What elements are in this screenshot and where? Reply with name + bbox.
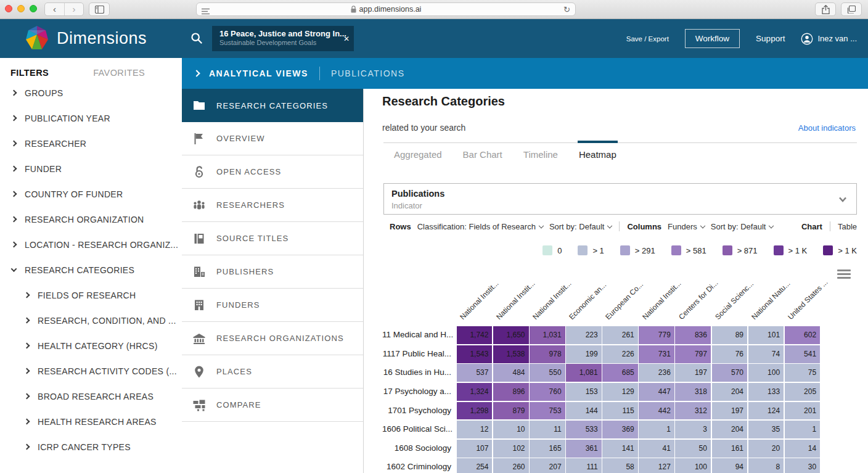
support-link[interactable]: Support (756, 34, 785, 43)
heatmap-cell[interactable]: 100 (748, 364, 784, 382)
heatmap-cell[interactable]: 8 (748, 458, 784, 473)
heatmap-cell[interactable]: 102 (493, 440, 528, 458)
heatmap-cell[interactable]: 978 (530, 345, 565, 363)
heatmap-cell[interactable]: 602 (785, 326, 820, 344)
views-menu-item-compare[interactable]: COMPARE (182, 389, 363, 422)
heatmap-cell[interactable]: 111 (566, 458, 601, 473)
views-menu-item-publishers[interactable]: PUBLISHERS (182, 255, 363, 289)
filter-item-publication-year[interactable]: PUBLICATION YEAR (0, 105, 181, 131)
heatmap-cell[interactable]: 133 (748, 383, 784, 401)
tab-overview-button[interactable] (841, 2, 862, 16)
views-menu-item-open-access[interactable]: OPEN ACCESS (182, 155, 363, 189)
filter-item-researcher[interactable]: RESEARCHER (0, 131, 181, 156)
filter-item-groups[interactable]: GROUPS (0, 80, 181, 105)
heatmap-cell[interactable]: 1,742 (457, 326, 492, 344)
heatmap-cell[interactable]: 14 (785, 440, 820, 458)
heatmap-cell[interactable]: 75 (785, 364, 820, 382)
heatmap-cell[interactable]: 361 (566, 440, 601, 458)
table-toggle[interactable]: Table (838, 222, 857, 231)
indicator-select[interactable]: Publications Indicator (383, 183, 857, 215)
columns-dropdown[interactable]: Funders (668, 222, 705, 231)
chevron-down-icon[interactable] (837, 193, 849, 208)
close-window-button[interactable] (5, 5, 12, 12)
heatmap-cell[interactable]: 204 (712, 383, 747, 401)
url-bar[interactable]: app.dimensions.ai ↻ (196, 2, 576, 16)
sidebar-toggle-button[interactable] (89, 2, 110, 16)
heatmap-cell[interactable]: 1,031 (530, 326, 565, 344)
filter-item-research-condition-and[interactable]: RESEARCH, CONDITION, AND ... (0, 308, 181, 333)
heatmap-cell[interactable]: 797 (675, 345, 710, 363)
columns-sort-dropdown[interactable]: Sort by: Default (711, 222, 774, 231)
heatmap-cell[interactable]: 50 (675, 440, 710, 458)
heatmap-cell[interactable]: 197 (675, 364, 710, 382)
heatmap-cell[interactable]: 35 (748, 421, 784, 438)
save-export-link[interactable]: Save / Export (626, 35, 669, 43)
views-menu-item-research-organizations[interactable]: RESEARCH ORGANIZATIONS (182, 322, 363, 355)
brand[interactable]: Dimensions (23, 25, 147, 52)
heatmap-cell[interactable]: 10 (493, 421, 528, 438)
analytical-views-label[interactable]: ANALYTICAL VIEWS (209, 68, 308, 78)
heatmap-cell[interactable]: 153 (566, 383, 601, 401)
close-icon[interactable]: ✕ (343, 35, 350, 43)
heatmap-cell[interactable]: 41 (639, 440, 674, 458)
heatmap-cell[interactable]: 1,650 (493, 326, 528, 344)
tab-aggregated[interactable]: Aggregated (393, 141, 443, 160)
share-button[interactable] (815, 2, 836, 16)
heatmap-cell[interactable]: 1,081 (566, 364, 601, 382)
tab-filters[interactable]: FILTERS (10, 68, 49, 78)
chevron-right-icon[interactable] (193, 70, 200, 76)
tab-timeline[interactable]: Timeline (522, 141, 559, 160)
filter-item-country-of-funder[interactable]: COUNTRY OF FUNDER (0, 181, 181, 207)
views-menu-item-research-categories[interactable]: RESEARCH CATEGORIES (182, 89, 363, 122)
heatmap-cell[interactable]: 1,543 (457, 345, 492, 363)
filter-item-icrp-cancer-types[interactable]: ICRP CANCER TYPES (0, 434, 181, 459)
heatmap-cell[interactable]: 570 (712, 364, 747, 382)
filter-item-research-activity-codes[interactable]: RESEARCH ACTIVITY CODES (... (0, 358, 181, 384)
heatmap-cell[interactable]: 127 (639, 458, 674, 473)
heatmap-cell[interactable]: 94 (712, 458, 747, 473)
tab-favorites[interactable]: FAVORITES (93, 68, 145, 78)
back-button[interactable]: ‹ (45, 3, 64, 15)
heatmap-cell[interactable]: 836 (675, 326, 710, 344)
heatmap-cell[interactable]: 254 (457, 458, 492, 473)
workflow-button[interactable]: Workflow (685, 29, 740, 48)
tab-bar-chart[interactable]: Bar Chart (462, 141, 504, 160)
heatmap-cell[interactable]: 369 (602, 421, 637, 438)
heatmap-cell[interactable]: 161 (712, 440, 747, 458)
heatmap-cell[interactable]: 199 (566, 345, 601, 363)
search-icon[interactable] (190, 31, 203, 47)
heatmap-cell[interactable]: 312 (675, 402, 710, 420)
heatmap-cell[interactable]: 447 (639, 383, 674, 401)
heatmap-cell[interactable]: 550 (530, 364, 565, 382)
heatmap-cell[interactable]: 115 (602, 402, 637, 420)
heatmap-cell[interactable]: 76 (712, 345, 747, 363)
views-menu-item-source-titles[interactable]: SOURCE TITLES (182, 222, 363, 255)
heatmap-cell[interactable]: 74 (748, 345, 784, 363)
minimize-window-button[interactable] (17, 5, 25, 12)
heatmap-cell[interactable]: 1,324 (457, 383, 492, 401)
heatmap-cell[interactable]: 533 (566, 421, 601, 438)
tab-heatmap[interactable]: Heatmap (578, 141, 618, 160)
filter-item-health-research-areas[interactable]: HEALTH RESEARCH AREAS (0, 409, 181, 434)
heatmap-cell[interactable]: 779 (639, 326, 674, 344)
heatmap-cell[interactable]: 318 (675, 383, 710, 401)
heatmap-cell[interactable]: 30 (785, 458, 820, 473)
heatmap-cell[interactable]: 223 (566, 326, 601, 344)
heatmap-cell[interactable]: 197 (712, 402, 747, 420)
rows-sort-dropdown[interactable]: Sort by: Default (549, 222, 612, 231)
heatmap-cell[interactable]: 760 (530, 383, 565, 401)
heatmap-cell[interactable]: 201 (785, 402, 820, 420)
heatmap-cell[interactable]: 261 (602, 326, 637, 344)
filter-item-research-categories[interactable]: RESEARCH CATEGORIES (0, 257, 181, 282)
heatmap-cell[interactable]: 204 (712, 421, 747, 438)
views-menu-item-places[interactable]: PLACES (182, 355, 363, 389)
heatmap-cell[interactable]: 11 (530, 421, 565, 438)
heatmap-cell[interactable]: 541 (785, 345, 820, 363)
filter-item-location-research-organiz[interactable]: LOCATION - RESEARCH ORGANIZ... (0, 232, 181, 257)
publications-link[interactable]: PUBLICATIONS (331, 68, 405, 78)
heatmap-cell[interactable]: 1,298 (457, 402, 492, 420)
heatmap-cell[interactable]: 58 (602, 458, 637, 473)
views-menu-item-overview[interactable]: OVERVIEW (182, 122, 363, 155)
heatmap-cell[interactable]: 1 (639, 421, 674, 438)
heatmap-cell[interactable]: 896 (493, 383, 528, 401)
